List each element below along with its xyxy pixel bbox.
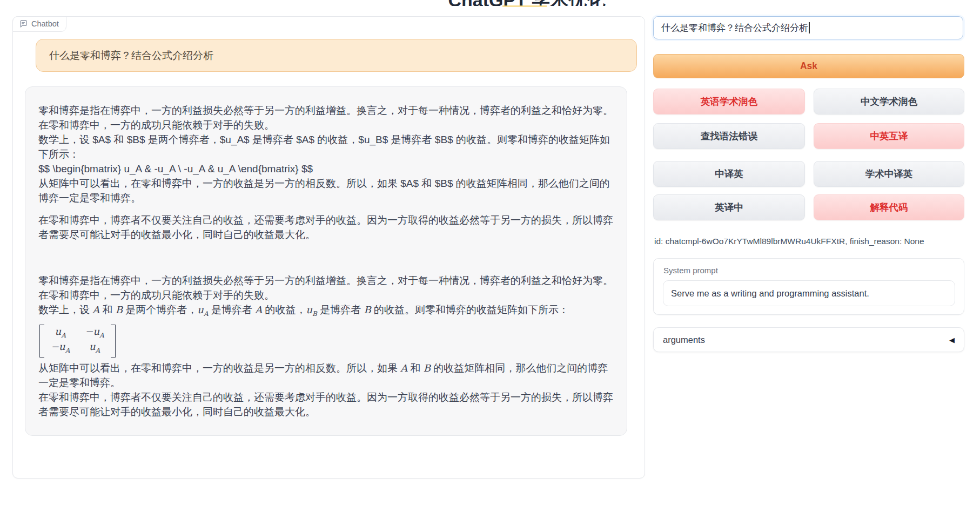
bot-rendered-paragraph: 零和博弈是指在博弈中，一方的利益损失必然等于另一方的利益增益。换言之，对于每一种… xyxy=(38,273,614,302)
btn-academic-zh-to-en[interactable]: 学术中译英 xyxy=(814,161,964,187)
bot-raw-paragraph: 零和博弈是指在博弈中，一方的利益损失必然等于另一方的利益增益。换言之，对于每一种… xyxy=(38,103,614,132)
bot-raw-latex-line: $$ \begin{bmatrix} u_A & -u_A \ -u_A & u… xyxy=(38,161,614,176)
controls-column: 什么是零和博弈？结合公式介绍分析 Ask 英语学术润色 中文学术润色 查找语法错… xyxy=(653,0,964,519)
chat-bubble-icon xyxy=(19,19,28,28)
bot-rendered-paragraph: 数学上，设 A 和 B 是两个博弈者，uA 是博弈者 A 的收益，uB 是博弈者… xyxy=(38,302,614,321)
bot-raw-paragraph: 数学上，设 $A$ 和 $B$ 是两个博弈者，$u_A$ 是博弈者 $A$ 的收… xyxy=(38,132,614,161)
user-message-text: 什么是零和博弈？结合公式介绍分析 xyxy=(49,50,213,61)
bot-rendered-paragraph: 在零和博弈中，博弈者不仅要关注自己的收益，还需要考虑对手的收益。因为一方取得的收… xyxy=(38,390,614,419)
matrix-cell: −uA xyxy=(85,326,104,341)
btn-find-grammar-errors[interactable]: 查找语法错误 xyxy=(653,123,805,149)
matrix-cell: −uA xyxy=(51,341,70,356)
ask-button[interactable]: Ask xyxy=(653,54,964,78)
bot-raw-paragraph: 从矩阵中可以看出，在零和博弈中，一方的收益是另一方的相反数。所以，如果 $A$ … xyxy=(38,176,614,205)
matrix-cell: uA xyxy=(89,341,100,356)
title-highlight-sliver xyxy=(502,5,547,7)
accordion-label: arguments xyxy=(663,335,705,345)
btn-zh-en-mutual-translate[interactable]: 中英互译 xyxy=(814,123,964,149)
arguments-accordion-header[interactable]: arguments ◀ xyxy=(653,327,964,352)
system-prompt-box: System prompt Serve me as a writing and … xyxy=(653,258,964,315)
system-prompt-input[interactable]: Serve me as a writing and programming as… xyxy=(663,280,955,306)
question-input-value: 什么是零和博弈？结合公式介绍分析 xyxy=(661,22,808,34)
bot-rendered-paragraph: 从矩阵中可以看出，在零和博弈中，一方的收益是另一方的相反数。所以，如果 A 和 … xyxy=(38,361,614,390)
system-prompt-label: System prompt xyxy=(663,266,718,275)
btn-english-academic-polish[interactable]: 英语学术润色 xyxy=(653,89,805,114)
text-cursor xyxy=(809,22,810,33)
question-input[interactable]: 什么是零和博弈？结合公式介绍分析 xyxy=(653,16,963,39)
btn-zh-to-en[interactable]: 中译英 xyxy=(653,161,805,187)
btn-en-to-zh[interactable]: 英译中 xyxy=(653,194,805,220)
chatbot-label: Chatbot xyxy=(31,19,59,28)
btn-chinese-academic-polish[interactable]: 中文学术润色 xyxy=(814,89,964,114)
system-prompt-value: Serve me as a writing and programming as… xyxy=(671,288,869,299)
bot-raw-section: 零和博弈是指在博弈中，一方的利益损失必然等于另一方的利益增益。换言之，对于每一种… xyxy=(38,103,614,242)
app-root: ChatGPT 学术优化 Chatbot 什么是零和博弈？结合公式介绍分析 零和… xyxy=(0,0,980,519)
chatbot-panel: Chatbot 什么是零和博弈？结合公式介绍分析 零和博弈是指在博弈中，一方的利… xyxy=(12,16,645,478)
bot-raw-paragraph: 在零和博弈中，博弈者不仅要关注自己的收益，还需要考虑对手的收益。因为一方取得的收… xyxy=(38,213,614,242)
payoff-matrix: uA −uA −uA uA xyxy=(39,325,116,358)
btn-explain-code[interactable]: 解释代码 xyxy=(814,194,964,220)
chatbot-label-tab: Chatbot xyxy=(12,16,66,32)
matrix-cell: uA xyxy=(55,326,66,341)
bot-rendered-section: 零和博弈是指在博弈中，一方的利益损失必然等于另一方的利益增益。换言之，对于每一种… xyxy=(38,273,614,419)
bot-message-bubble: 零和博弈是指在博弈中，一方的利益损失必然等于另一方的利益增益。换言之，对于每一种… xyxy=(25,86,627,436)
matrix-cells: uA −uA −uA uA xyxy=(44,325,111,358)
user-message-bubble: 什么是零和博弈？结合公式介绍分析 xyxy=(36,39,637,72)
accordion-collapsed-icon: ◀ xyxy=(949,336,955,344)
matrix-right-bracket xyxy=(111,325,116,358)
status-line: id: chatcmpl-6wOo7KrYTwMl89lbrMWRu4UkFFX… xyxy=(654,237,924,246)
matrix-left-bracket xyxy=(39,325,44,358)
